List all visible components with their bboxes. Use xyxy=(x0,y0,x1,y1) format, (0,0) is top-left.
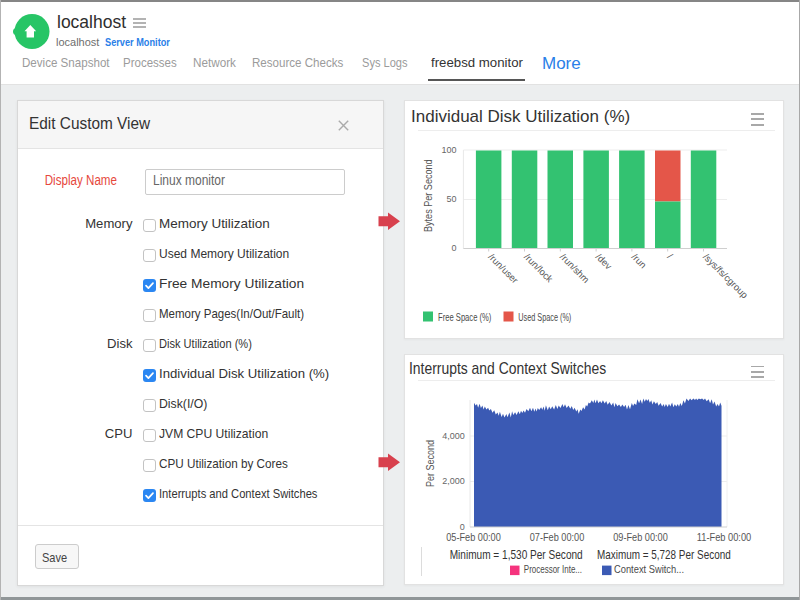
svg-text:Processor Inte...: Processor Inte... xyxy=(524,563,582,575)
svg-text:07-Feb 00:00: 07-Feb 00:00 xyxy=(530,532,585,543)
svg-text:50: 50 xyxy=(446,194,456,204)
svg-text:/run: /run xyxy=(629,251,648,270)
svg-text:0: 0 xyxy=(460,522,465,532)
svg-text:Bytes Per Second: Bytes Per Second xyxy=(423,159,434,232)
svg-text:09-Feb 00:00: 09-Feb 00:00 xyxy=(613,532,668,543)
svg-text:/sys/fs/cgroup: /sys/fs/cgroup xyxy=(701,251,750,300)
svg-text:100: 100 xyxy=(441,145,456,155)
svg-text:Free Space (%): Free Space (%) xyxy=(438,311,491,323)
svg-text:Maximum = 5,728 Per Second: Maximum = 5,728 Per Second xyxy=(597,547,731,562)
svg-text:/: / xyxy=(665,251,675,261)
svg-text:/dev: /dev xyxy=(594,251,615,272)
svg-text:0: 0 xyxy=(451,243,456,253)
svg-text:Context Switch...: Context Switch... xyxy=(614,563,684,575)
svg-text:Minimum = 1,530 Per Second: Minimum = 1,530 Per Second xyxy=(450,547,583,562)
svg-text:05-Feb 00:00: 05-Feb 00:00 xyxy=(446,532,501,543)
svg-text:2,000: 2,000 xyxy=(442,476,465,486)
svg-text:Used Space (%): Used Space (%) xyxy=(518,311,571,323)
svg-text:/run/user: /run/user xyxy=(486,251,520,285)
svg-text:/run/lock: /run/lock xyxy=(522,251,555,284)
svg-text:/run/shm: /run/shm xyxy=(558,251,592,285)
svg-text:Per Second: Per Second xyxy=(425,440,436,487)
svg-text:4,000: 4,000 xyxy=(442,431,465,441)
svg-text:11-Feb 00:00: 11-Feb 00:00 xyxy=(697,532,752,543)
